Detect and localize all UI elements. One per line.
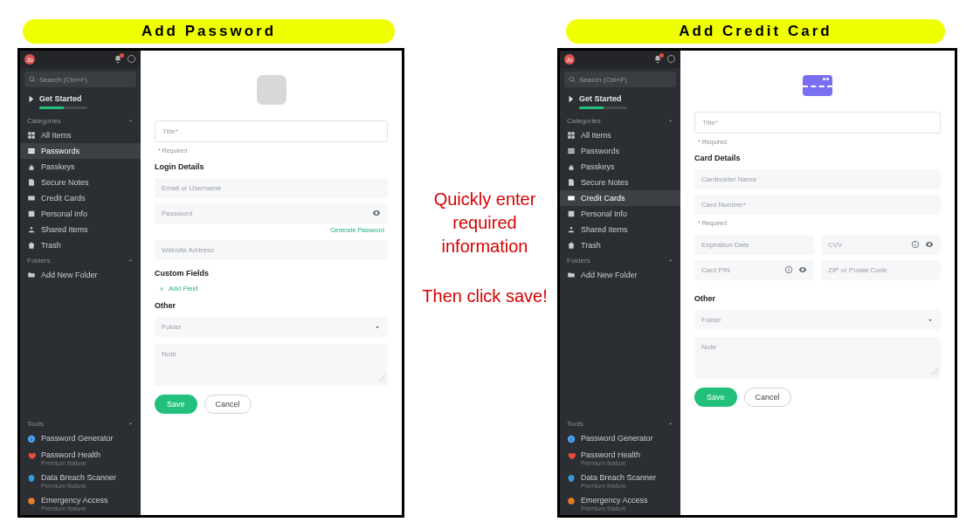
add-field-button[interactable]: Add Field (158, 285, 388, 292)
zip-field[interactable]: ZIP or Postal Code (821, 260, 941, 280)
eye-icon[interactable] (798, 265, 807, 276)
get-started-link[interactable]: Get Started (20, 91, 141, 106)
website-field[interactable]: Website Address (155, 240, 388, 260)
password-field[interactable]: Password (155, 203, 388, 223)
required-note: * Required (698, 139, 941, 145)
sidebar-item-credit-cards[interactable]: Credit Cards (20, 190, 141, 206)
tool-emergency[interactable]: Emergency AccessPremium feature (20, 492, 141, 515)
sidebar-item-passkeys[interactable]: Passkeys (560, 159, 680, 175)
avatar[interactable]: Jo (24, 54, 35, 65)
sidebar-item-passwords[interactable]: Passwords (20, 143, 141, 159)
sidebar-item-trash[interactable]: Trash (560, 237, 680, 253)
sidebar-item-personal-info[interactable]: Personal Info (560, 206, 680, 222)
email-field[interactable]: Email or Username (155, 178, 388, 198)
resize-grip-icon[interactable] (378, 374, 385, 383)
add-credit-card-panel: Jo Search (Ctrl+F) Get Started (557, 48, 957, 518)
categories-header[interactable]: Categories (560, 113, 680, 127)
required-note: * Required (158, 148, 388, 154)
tool-password-health[interactable]: Password HealthPremium feature (20, 447, 141, 470)
password-form: Title* * Required Login Details Email or… (141, 51, 402, 515)
title-field[interactable]: Title* (694, 112, 941, 134)
sidebar-item-passwords[interactable]: Passwords (560, 143, 680, 159)
required-note: * Required (698, 220, 941, 226)
info-icon[interactable] (911, 240, 920, 251)
sidebar: Jo Search (Ctrl+F) Get Started (560, 51, 680, 515)
credit-card-icon (803, 75, 832, 96)
get-started-link[interactable]: Get Started (560, 91, 680, 106)
resize-grip-icon[interactable] (931, 368, 938, 376)
folder-dropdown[interactable]: Folder (155, 317, 388, 337)
svg-point-1 (28, 498, 35, 505)
tool-emergency[interactable]: Emergency AccessPremium feature (560, 492, 680, 515)
settings-wheel-icon[interactable] (127, 54, 136, 65)
folder-dropdown[interactable]: Folder (694, 310, 941, 330)
tool-password-health[interactable]: Password HealthPremium feature (560, 447, 680, 470)
sidebar-item-all-items[interactable]: All Items (560, 127, 680, 143)
avatar[interactable]: Jo (564, 54, 575, 65)
item-icon-placeholder (257, 75, 286, 105)
sidebar-item-add-folder[interactable]: Add New Folder (560, 267, 680, 283)
tool-data-breach[interactable]: Data Breach ScannerPremium feature (560, 470, 680, 492)
sidebar-item-shared-items[interactable]: Shared Items (20, 222, 141, 237)
eye-icon[interactable] (372, 209, 381, 219)
expiration-field[interactable]: Expiration Date (694, 235, 814, 255)
panel-title-left: Add Password (23, 19, 395, 44)
custom-fields-header: Custom Fields (155, 269, 388, 278)
folders-header[interactable]: Folders (560, 253, 680, 267)
save-button[interactable]: Save (155, 395, 197, 414)
progress-bar (579, 106, 627, 109)
search-input[interactable]: Search (Ctrl+F) (564, 72, 676, 87)
card-number-field[interactable]: Card Number* (694, 195, 941, 215)
settings-wheel-icon[interactable] (666, 54, 676, 65)
notifications-icon[interactable] (653, 55, 662, 64)
sidebar-item-credit-cards[interactable]: Credit Cards (560, 190, 680, 206)
tool-data-breach[interactable]: Data Breach ScannerPremium feature (20, 470, 141, 492)
categories-header[interactable]: Categories (20, 113, 141, 127)
card-details-header: Card Details (694, 154, 941, 162)
sidebar-item-secure-notes[interactable]: Secure Notes (20, 175, 141, 190)
eye-icon[interactable] (925, 240, 934, 251)
cardholder-field[interactable]: Cardholder Name (694, 169, 941, 189)
cancel-button[interactable]: Cancel (204, 395, 252, 414)
sidebar-item-add-folder[interactable]: Add New Folder (20, 267, 141, 283)
sidebar: Jo Search (Ctrl+F) Get Started (20, 51, 141, 515)
tools-header[interactable]: Tools (20, 416, 141, 430)
instruction-text: Quickly enter required information Then … (415, 188, 555, 308)
tool-password-generator[interactable]: Password Generator (20, 430, 141, 447)
sidebar-item-passkeys[interactable]: Passkeys (20, 159, 141, 175)
sidebar-item-trash[interactable]: Trash (20, 237, 141, 253)
progress-bar (39, 106, 87, 109)
svg-point-3 (568, 498, 575, 505)
sidebar-item-shared-items[interactable]: Shared Items (560, 222, 680, 237)
sidebar-item-all-items[interactable]: All Items (20, 127, 141, 143)
generate-password-link[interactable]: Generate Password (155, 227, 384, 233)
note-field[interactable]: Note (694, 337, 941, 379)
sidebar-item-personal-info[interactable]: Personal Info (20, 206, 141, 222)
other-header: Other (155, 301, 388, 310)
tools-header[interactable]: Tools (560, 416, 680, 430)
card-pin-field[interactable]: Card PIN (694, 260, 814, 280)
card-form: Title* * Required Card Details Cardholde… (680, 51, 955, 515)
info-icon[interactable] (784, 265, 793, 276)
add-password-panel: Jo Search (Ctrl+F) Get Started (17, 48, 404, 518)
cvv-field[interactable]: CVV (821, 235, 941, 255)
notifications-icon[interactable] (114, 55, 122, 64)
title-field[interactable]: Title* (155, 120, 388, 142)
note-field[interactable]: Note (155, 344, 388, 386)
other-header: Other (694, 294, 941, 303)
search-input[interactable]: Search (Ctrl+F) (24, 72, 136, 87)
save-button[interactable]: Save (694, 388, 737, 407)
folders-header[interactable]: Folders (20, 253, 141, 267)
tool-password-generator[interactable]: Password Generator (560, 430, 680, 447)
sidebar-item-secure-notes[interactable]: Secure Notes (560, 175, 680, 190)
panel-title-right: Add Credit Card (566, 19, 945, 44)
login-details-header: Login Details (155, 162, 388, 171)
cancel-button[interactable]: Cancel (744, 388, 791, 407)
